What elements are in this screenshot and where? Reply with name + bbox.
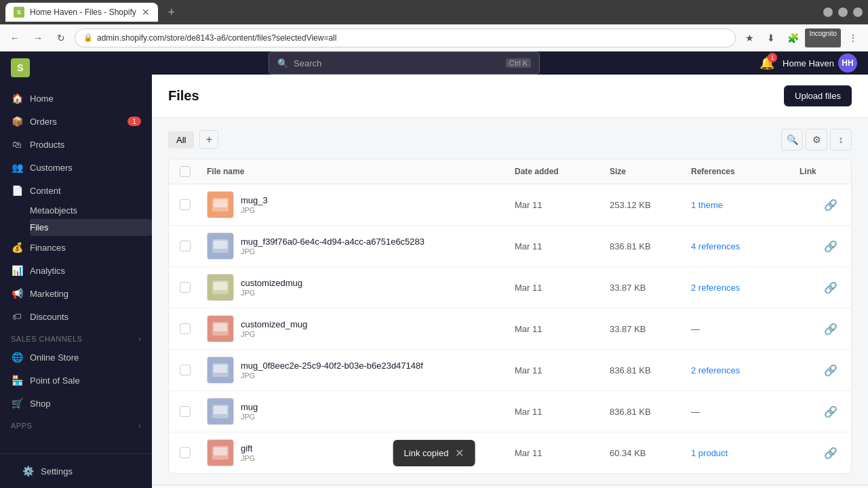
copy-link-button[interactable]: 🔗 — [821, 403, 840, 421]
page-header: Files Upload files — [152, 75, 868, 118]
nav-actions: ★ ⬇ 🧩 Incognito ⋮ — [740, 28, 863, 47]
copy-link-button[interactable]: 🔗 — [821, 196, 840, 214]
page-title: Files — [168, 88, 784, 104]
close-tab-icon[interactable]: ✕ — [142, 7, 150, 18]
file-references[interactable]: 4 references — [691, 241, 800, 251]
add-tab-button[interactable]: + — [199, 130, 218, 149]
search-bar[interactable]: 🔍 Search Ctrl K — [269, 52, 540, 75]
sidebar-item-discounts[interactable]: 🏷 Discounts — [0, 305, 152, 328]
row-checkbox[interactable] — [180, 241, 191, 251]
row-checkbox[interactable] — [180, 282, 191, 293]
new-tab-button[interactable]: + — [163, 4, 180, 20]
file-date: Mar 11 — [515, 407, 610, 417]
sidebar-item-content[interactable]: 📄 Content — [0, 179, 152, 202]
sidebar-item-point-of-sale[interactable]: 🏪 Point of Sale — [0, 369, 152, 392]
point-of-sale-icon: 🏪 — [11, 374, 23, 386]
orders-icon: 📦 — [11, 115, 23, 127]
sidebar-label-files: Files — [30, 222, 48, 232]
file-type: JPG — [241, 413, 258, 421]
copy-link-button[interactable]: 🔗 — [821, 320, 840, 338]
app: S 🏠 Home 📦 Orders 1 🛍 Products 👥 Custome… — [0, 52, 868, 488]
toast-close-button[interactable]: ✕ — [455, 447, 464, 460]
file-name[interactable]: customized_mug — [241, 319, 307, 329]
sidebar-item-files[interactable]: Files — [30, 219, 152, 236]
file-date: Mar 11 — [515, 448, 610, 458]
window-close-button[interactable]: ✕ — [853, 7, 863, 17]
file-name[interactable]: mug_f39f76a0-6e4c-4d94-a4cc-a6751e6c5283 — [241, 237, 425, 247]
store-button[interactable]: Home Haven HH — [783, 54, 857, 73]
file-name[interactable]: mug_0f8eec2e-25c9-40f2-b03e-b6e23d47148f — [241, 361, 423, 371]
row-checkbox-cell — [180, 323, 207, 334]
sidebar-item-finances[interactable]: 💰 Finances — [0, 236, 152, 259]
menu-button[interactable]: ⋮ — [844, 28, 863, 47]
file-name[interactable]: mug_3 — [241, 195, 268, 205]
sidebar-label-finances: Finances — [30, 243, 66, 253]
browser-tab[interactable]: S Home Haven - Files - Shopify ✕ — [5, 3, 158, 22]
main-content-area: 🔍 Search Ctrl K 🔔 1 Home Haven HH Files … — [152, 52, 868, 488]
app-topbar: 🔍 Search Ctrl K 🔔 1 Home Haven HH — [152, 52, 868, 75]
upload-files-button[interactable]: Upload files — [784, 85, 852, 106]
notification-badge: 1 — [768, 53, 777, 62]
file-references[interactable]: 1 product — [691, 448, 800, 458]
sidebar-item-customers[interactable]: 👥 Customers — [0, 156, 152, 179]
file-references: — — [691, 324, 800, 334]
file-link-cell: 🔗 — [800, 403, 840, 421]
file-type: JPG — [241, 371, 423, 380]
sidebar-item-orders[interactable]: 📦 Orders 1 — [0, 110, 152, 133]
file-references[interactable]: 2 references — [691, 365, 800, 375]
search-filter-button[interactable]: 🔍 — [781, 129, 803, 150]
sidebar-item-analytics[interactable]: 📊 Analytics — [0, 259, 152, 282]
tab-all[interactable]: All — [168, 131, 194, 148]
sidebar-item-settings[interactable]: ⚙️ Settings — [11, 460, 141, 483]
file-references[interactable]: 1 theme — [691, 200, 800, 210]
file-name[interactable]: mug — [241, 402, 258, 412]
reload-button[interactable]: ↻ — [52, 28, 71, 47]
file-references: — — [691, 407, 800, 417]
sidebar-item-shop[interactable]: 🛒 Shop — [0, 392, 152, 415]
sort-button[interactable]: ↕ — [830, 129, 852, 150]
bookmark-button[interactable]: ★ — [740, 28, 759, 47]
copy-link-button[interactable]: 🔗 — [821, 279, 840, 297]
file-type: JPG — [241, 330, 307, 338]
file-size: 33.87 KB — [610, 324, 691, 334]
row-checkbox[interactable] — [180, 323, 191, 334]
table-row: customized_mug JPG Mar 11 33.87 KB — 🔗 — [169, 308, 851, 350]
row-checkbox[interactable] — [180, 406, 191, 417]
sidebar-item-home[interactable]: 🏠 Home — [0, 87, 152, 110]
sidebar-label-marketing: Marketing — [30, 289, 68, 299]
select-all-checkbox[interactable] — [180, 166, 191, 177]
file-info: mug_3 JPG — [207, 191, 515, 218]
file-thumbnail — [207, 274, 234, 301]
maximize-button[interactable]: □ — [838, 7, 848, 17]
svg-rect-5 — [214, 241, 227, 249]
notification-button[interactable]: 🔔 1 — [760, 56, 774, 70]
filter-button[interactable]: ⚙ — [806, 129, 827, 150]
sidebar-item-online-store[interactable]: 🌐 Online Store — [0, 346, 152, 369]
address-bar[interactable]: 🔒 admin.shopify.com/store/de8143-a6/cont… — [75, 28, 736, 47]
row-checkbox[interactable] — [180, 199, 191, 210]
extensions-button[interactable]: 🧩 — [783, 28, 802, 47]
store-name: Home Haven — [783, 58, 834, 68]
forward-button[interactable]: → — [28, 28, 47, 47]
sidebar-nav: 🏠 Home 📦 Orders 1 🛍 Products 👥 Customers… — [0, 84, 152, 453]
copy-link-button[interactable]: 🔗 — [821, 237, 840, 256]
file-name[interactable]: gift — [241, 443, 255, 453]
copy-link-button[interactable]: 🔗 — [821, 444, 840, 462]
sidebar-item-products[interactable]: 🛍 Products — [0, 133, 152, 156]
files-table: File name Date added Size References Lin… — [168, 159, 852, 474]
file-name[interactable]: customizedmug — [241, 278, 302, 288]
download-button[interactable]: ⬇ — [762, 28, 781, 47]
settings-icon: ⚙️ — [22, 465, 34, 477]
sidebar-item-marketing[interactable]: 📢 Marketing — [0, 282, 152, 305]
row-checkbox[interactable] — [180, 365, 191, 375]
minimize-button[interactable]: — — [823, 7, 833, 17]
file-info: mug JPG — [207, 398, 515, 425]
home-icon: 🏠 — [11, 92, 23, 104]
back-button[interactable]: ← — [5, 28, 24, 47]
table-row: mug_0f8eec2e-25c9-40f2-b03e-b6e23d47148f… — [169, 350, 851, 391]
copy-link-button[interactable]: 🔗 — [821, 361, 840, 380]
row-checkbox-cell — [180, 241, 207, 251]
row-checkbox[interactable] — [180, 447, 191, 458]
file-references[interactable]: 2 references — [691, 283, 800, 293]
sidebar-item-metaobjects[interactable]: Metaobjects — [30, 202, 152, 219]
